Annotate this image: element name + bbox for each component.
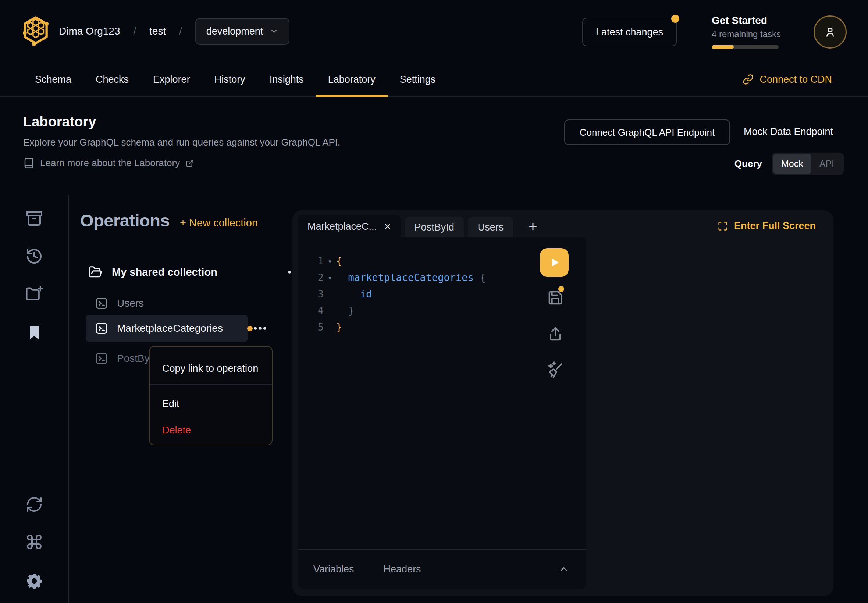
close-tab-icon[interactable]: ×: [384, 220, 391, 233]
headers-tab[interactable]: Headers: [384, 564, 421, 575]
project-nav: Schema Checks Explorer History Insights …: [0, 62, 868, 97]
learn-more-link[interactable]: Learn more about the Laboratory: [23, 158, 194, 169]
code-line: 2 ▾ marketplaceCategories {: [298, 269, 538, 286]
operation-context-menu: Copy link to operation Edit Delete: [149, 346, 272, 445]
menu-item-delete[interactable]: Delete: [162, 425, 191, 436]
breadcrumb-org[interactable]: Dima Org123: [59, 25, 120, 37]
enter-fullscreen-button[interactable]: Enter Full Screen: [718, 220, 816, 232]
breadcrumb-project[interactable]: test: [149, 25, 166, 37]
command-shortcuts-icon[interactable]: [25, 533, 43, 551]
page-title: Laboratory: [23, 114, 96, 130]
share-operation-button[interactable]: [547, 326, 563, 342]
unsaved-dot: [247, 326, 253, 331]
query-mode-mock[interactable]: Mock: [773, 154, 811, 173]
code-area[interactable]: 1 ▾ { 2 ▾ marketplaceCategories { 3 id 4…: [298, 253, 538, 336]
folder-open-icon: [88, 265, 102, 279]
collection-name: My shared collection: [112, 266, 217, 278]
broom-sparkles-icon: [545, 360, 564, 379]
operation-item-users[interactable]: Users: [95, 294, 144, 312]
run-query-button[interactable]: [540, 248, 569, 277]
tab-laboratory[interactable]: Laboratory: [328, 62, 376, 96]
settings-gear-icon[interactable]: [25, 572, 43, 590]
variables-tab[interactable]: Variables: [313, 564, 354, 575]
operation-menu-button[interactable]: [252, 320, 268, 336]
refresh-icon[interactable]: [25, 496, 43, 513]
latest-changes-button[interactable]: Latest changes: [582, 18, 677, 46]
target-selector-label: development: [206, 26, 263, 37]
editor-tab-post-by-id[interactable]: PostById: [405, 216, 464, 238]
editor-tab-users[interactable]: Users: [468, 216, 514, 238]
breadcrumb-separator: /: [179, 26, 182, 37]
operation-icon: [95, 322, 108, 335]
history-icon[interactable]: [25, 247, 43, 265]
person-icon: [823, 25, 837, 39]
nav-tab-list: Schema Checks Explorer History Insights …: [35, 62, 435, 96]
code-line: 3 id: [298, 286, 538, 302]
hive-logo-icon[interactable]: [21, 15, 50, 47]
get-started-title: Get Started: [712, 15, 785, 26]
operation-icon: [95, 297, 108, 310]
page-description: Explore your GraphQL schema and run quer…: [23, 137, 340, 148]
laboratory-side-rail: [0, 195, 69, 603]
fullscreen-icon: [718, 221, 728, 231]
query-mode-toggle: Mock API: [772, 153, 844, 175]
target-selector[interactable]: development: [195, 18, 290, 45]
bookmark-icon[interactable]: [25, 324, 43, 342]
operation-icon: [95, 352, 108, 365]
save-operation-button[interactable]: [547, 290, 563, 306]
breadcrumb: Dima Org123 / test / development: [59, 0, 289, 62]
book-icon: [23, 158, 34, 169]
connect-cdn-link[interactable]: Connect to CDN: [743, 62, 832, 96]
tab-explorer[interactable]: Explorer: [153, 62, 190, 96]
chevron-down-icon: [269, 27, 279, 36]
mock-data-endpoint-button[interactable]: Mock Data Endpoint: [744, 119, 833, 144]
unsaved-changes-dot: [558, 286, 564, 292]
get-started-progress-fill: [712, 45, 734, 49]
menu-item-edit[interactable]: Edit: [162, 398, 179, 410]
operation-item-marketplace-categories[interactable]: MarketplaceCategories: [95, 319, 253, 337]
schema-archive-icon[interactable]: [25, 210, 43, 227]
query-label: Query: [735, 158, 762, 170]
save-icon: [547, 290, 563, 306]
chevron-up-icon: [558, 564, 569, 575]
connect-graphql-endpoint-button[interactable]: Connect GraphQL API Endpoint: [564, 119, 730, 145]
external-link-icon: [186, 159, 194, 167]
get-started-progress: [712, 45, 778, 49]
tab-history[interactable]: History: [214, 62, 245, 96]
tab-settings[interactable]: Settings: [400, 62, 436, 96]
notification-dot: [671, 15, 679, 23]
tab-schema[interactable]: Schema: [35, 62, 71, 96]
fold-marker[interactable]: ▾: [324, 257, 336, 265]
tab-insights[interactable]: Insights: [269, 62, 304, 96]
collapse-panel-button[interactable]: [558, 564, 569, 575]
link-icon: [743, 74, 754, 85]
latest-changes-label: Latest changes: [596, 26, 663, 38]
top-bar: Dima Org123 / test / development Latest …: [0, 0, 868, 62]
new-collection-button[interactable]: + New collection: [180, 217, 258, 229]
new-collection-folder-icon[interactable]: [25, 285, 43, 303]
get-started-subtitle: 4 remaining tasks: [712, 29, 785, 39]
tab-checks[interactable]: Checks: [96, 62, 129, 96]
add-tab-button[interactable]: +: [523, 218, 542, 235]
query-mode-api[interactable]: API: [811, 154, 842, 173]
menu-item-copy-link[interactable]: Copy link to operation: [162, 363, 258, 374]
code-line: 1 ▾ {: [298, 253, 538, 269]
code-line: 4 }: [298, 302, 538, 319]
editor-bottom-bar: Variables Headers: [298, 549, 586, 589]
breadcrumb-separator: /: [133, 26, 136, 37]
fold-marker[interactable]: ▾: [324, 274, 336, 281]
laboratory-editor-panel: MarketplaceC... × PostById Users + Enter…: [292, 210, 834, 596]
operations-title: Operations: [80, 210, 170, 230]
share-upload-icon: [547, 326, 563, 342]
prettify-button[interactable]: [545, 360, 564, 379]
editor-tab-marketplace[interactable]: MarketplaceC... ×: [298, 215, 401, 238]
query-editor[interactable]: 1 ▾ { 2 ▾ marketplaceCategories { 3 id 4…: [298, 237, 586, 589]
operations-panel: Operations + New collection My shared co…: [68, 195, 294, 603]
user-avatar[interactable]: [814, 15, 847, 48]
ellipsis-icon: [252, 320, 268, 336]
query-mode-row: Query Mock API: [735, 153, 844, 175]
code-line: 5 }: [298, 319, 538, 336]
menu-divider: [150, 384, 272, 385]
play-icon: [547, 255, 562, 270]
get-started-widget[interactable]: Get Started 4 remaining tasks: [712, 15, 785, 49]
